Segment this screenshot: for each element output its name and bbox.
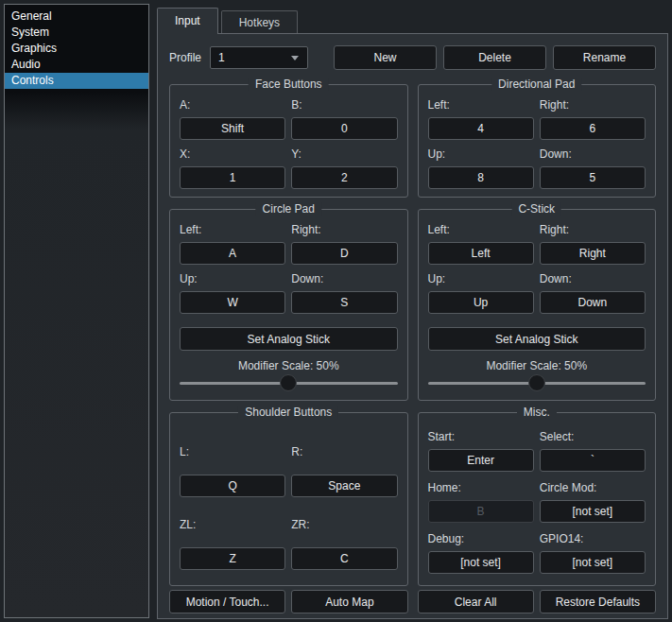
mapping-button-start[interactable]: Enter	[428, 449, 534, 472]
mapping-button-b[interactable]: 0	[291, 117, 397, 140]
profile-new-button[interactable]: New	[334, 45, 437, 70]
mapping-button-cstick-up[interactable]: Up	[428, 291, 534, 314]
mapping-cell-select: Select: `	[540, 424, 646, 472]
mapping-label-select: Select:	[540, 430, 646, 442]
mapping-label-dpad-right: Right:	[540, 98, 646, 111]
sidebar-item-controls[interactable]: Controls	[5, 73, 148, 89]
mapping-cell-cstick-left: Left: Left	[428, 221, 534, 265]
restore-defaults-button[interactable]: Restore Defaults	[540, 590, 656, 613]
input-tab-pane: Profile 1 New Delete Rename Face Buttons…	[157, 33, 668, 619]
mapping-button-cstick-down[interactable]: Down	[540, 291, 646, 314]
modifier-scale-label: Modifier Scale: 50%	[180, 359, 398, 371]
mapping-label-cstick-up: Up:	[428, 272, 534, 285]
mapping-label-home: Home:	[428, 481, 534, 493]
mapping-label-cstick-down: Down:	[540, 272, 646, 285]
mapping-cell-start: Start: Enter	[428, 424, 534, 472]
mapping-cell-cstick-down: Down: Down	[540, 265, 646, 314]
profile-delete-button[interactable]: Delete	[443, 45, 546, 70]
mapping-label-circle-up: Up:	[180, 272, 285, 285]
mapping-label-l: L:	[180, 445, 285, 458]
tab-hotkeys[interactable]: Hotkeys	[221, 10, 298, 33]
auto-map-button[interactable]: Auto Map	[291, 590, 407, 613]
mapping-label-start: Start:	[428, 430, 534, 442]
mapping-label-zr: ZR:	[291, 518, 397, 530]
mapping-label-b: B:	[291, 98, 397, 111]
mapping-label-dpad-up: Up:	[428, 147, 534, 160]
mapping-cell-dpad-right: Right: 6	[540, 96, 646, 140]
mapping-label-dpad-left: Left:	[428, 98, 534, 111]
group-title: Circle Pad	[256, 202, 321, 216]
mapping-cell-debug: Debug: [not set]	[428, 523, 534, 574]
mapping-label-circle-mod: Circle Mod:	[540, 481, 646, 493]
mapping-button-zr[interactable]: C	[291, 547, 397, 570]
mapping-button-a[interactable]: Shift	[180, 117, 285, 140]
mapping-button-debug[interactable]: [not set]	[428, 551, 534, 574]
mapping-label-r: R:	[291, 445, 397, 458]
footer-right-half: Clear All Restore Defaults	[418, 590, 657, 613]
mapping-button-home: B	[428, 500, 534, 523]
sidebar-item-graphics[interactable]: Graphics	[5, 41, 148, 57]
mapping-label-zl: ZL:	[180, 518, 285, 530]
set-analog-stick-button[interactable]: Set Analog Stick	[428, 327, 646, 351]
mapping-cell-y: Y: 2	[291, 140, 397, 189]
mapping-button-dpad-down[interactable]: 5	[540, 166, 646, 189]
mapping-label-circle-right: Right:	[291, 223, 397, 235]
mapping-button-dpad-up[interactable]: 8	[428, 166, 534, 189]
mapping-button-dpad-left[interactable]: 4	[428, 117, 534, 140]
profile-rename-button[interactable]: Rename	[553, 45, 656, 70]
mapping-button-l[interactable]: Q	[180, 475, 285, 497]
mapping-cell-cstick-right: Right: Right	[540, 221, 646, 265]
mapping-cell-circle-left: Left: A	[180, 221, 285, 265]
group-directional-pad: Directional Pad Left: 4 Right: 6 Up: 8	[418, 84, 657, 198]
profile-select[interactable]: 1	[210, 46, 308, 69]
tab-input[interactable]: Input	[157, 8, 218, 34]
mapping-cell-a: A: Shift	[180, 96, 285, 140]
group-face-buttons: Face Buttons A: Shift B: 0 X: 1	[169, 84, 408, 198]
group-circle-pad: Circle Pad Left: A Right: D Up: W	[169, 209, 408, 401]
mapping-cell-x: X: 1	[180, 140, 285, 189]
mapping-button-circle-up[interactable]: W	[180, 291, 285, 314]
mapping-cell-b: B: 0	[291, 96, 397, 140]
mapping-button-r[interactable]: Space	[291, 475, 397, 497]
mapping-button-x[interactable]: 1	[180, 166, 285, 189]
mapping-label-gpio14: GPIO14:	[540, 532, 646, 544]
set-analog-stick-button[interactable]: Set Analog Stick	[180, 327, 398, 351]
configuration-dialog: General System Graphics Audio Controls I…	[0, 0, 672, 622]
sidebar-item-system[interactable]: System	[5, 25, 148, 41]
modifier-scale-slider[interactable]	[428, 374, 646, 391]
group-title: C-Stick	[511, 202, 561, 216]
modifier-scale-label: Modifier Scale: 50%	[428, 359, 646, 371]
mapping-button-gpio14[interactable]: [not set]	[540, 551, 646, 574]
mapping-cell-dpad-left: Left: 4	[428, 96, 534, 140]
footer-button-row: Motion / Touch... Auto Map Clear All Res…	[169, 590, 656, 613]
mapping-cell-circle-right: Right: D	[291, 221, 397, 265]
profile-selected-value: 1	[218, 51, 225, 64]
modifier-scale-slider[interactable]	[180, 374, 398, 391]
sidebar-item-audio[interactable]: Audio	[5, 57, 148, 73]
clear-all-button[interactable]: Clear All	[418, 590, 534, 613]
mapping-button-dpad-right[interactable]: 6	[540, 117, 646, 140]
mapping-cell-circle-mod: Circle Mod: [not set]	[540, 472, 646, 523]
mapping-button-circle-down[interactable]: S	[291, 291, 397, 314]
mapping-button-circle-right[interactable]: D	[291, 242, 397, 265]
motion-touch-button[interactable]: Motion / Touch...	[169, 590, 285, 613]
mapping-label-x: X:	[180, 147, 285, 160]
slider-handle[interactable]	[528, 374, 545, 391]
profile-label: Profile	[169, 51, 201, 64]
mapping-cell-dpad-up: Up: 8	[428, 140, 534, 189]
mapping-cell-r: R: Space	[291, 424, 397, 497]
settings-category-list: General System Graphics Audio Controls	[4, 4, 149, 618]
mapping-button-cstick-right[interactable]: Right	[540, 242, 646, 265]
sidebar-item-general[interactable]: General	[5, 9, 148, 25]
mapping-button-circle-mod[interactable]: [not set]	[540, 500, 646, 523]
mapping-label-circle-down: Down:	[291, 272, 397, 285]
mapping-button-zl[interactable]: Z	[180, 547, 285, 570]
mapping-button-select[interactable]: `	[540, 449, 646, 472]
mapping-button-y[interactable]: 2	[291, 166, 397, 189]
mapping-button-circle-left[interactable]: A	[180, 242, 285, 265]
slider-handle[interactable]	[280, 374, 297, 391]
mapping-button-cstick-left[interactable]: Left	[428, 242, 534, 265]
mapping-cell-dpad-down: Down: 5	[540, 140, 646, 189]
mapping-cell-gpio14: GPIO14: [not set]	[540, 523, 646, 574]
mapping-label-dpad-down: Down:	[540, 147, 646, 160]
